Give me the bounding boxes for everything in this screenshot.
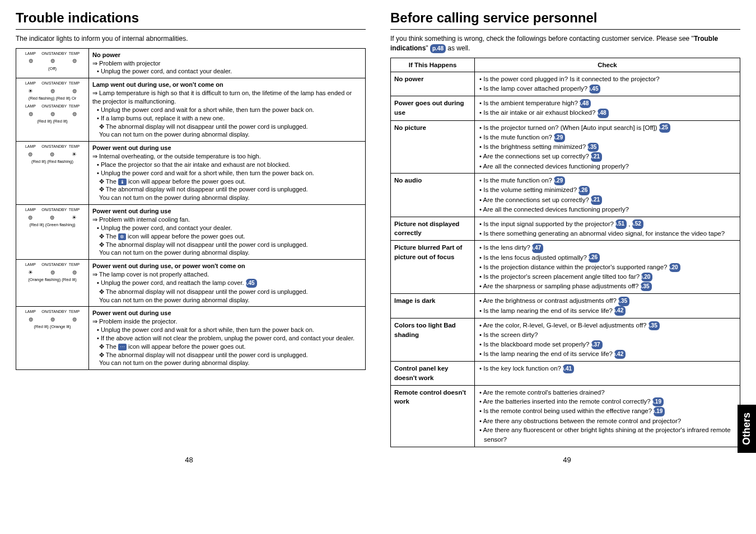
- warning-icon: ⋯: [118, 344, 127, 350]
- warning-icon: ✲: [118, 233, 126, 240]
- page-right: Before calling service personnel If you …: [378, 0, 756, 470]
- page-ref: p.41: [563, 364, 574, 374]
- page-ref: p.35: [648, 321, 660, 331]
- symptom: Image is dark: [391, 294, 475, 318]
- check-list: Is the input signal supported by the pro…: [475, 217, 740, 241]
- indicator-description: Power went out during useProblem inside …: [89, 307, 366, 370]
- indicator-description: Power went out during useProblem with in…: [89, 205, 366, 260]
- indicator-lights: LAMPON/STANDBYTEMP⊚⊚☀(Red lit) (Red flas…: [16, 142, 89, 205]
- page-ref: p.47: [532, 243, 543, 253]
- page-number-right: 49: [563, 456, 571, 464]
- indicator-description: Power went out during use, or power won'…: [89, 260, 366, 307]
- check-table: If This Happens Check No powerIs the pow…: [390, 58, 740, 447]
- symptom: Picture not displayed correctly: [391, 217, 475, 241]
- service-intro: If you think something is wrong, check t…: [390, 34, 740, 53]
- indicator-description: Lamp went out during use, or won't come …: [89, 78, 366, 142]
- page-ref: p.19: [652, 397, 664, 407]
- page-ref: p.29: [554, 176, 565, 186]
- page-ref: p.21: [591, 152, 602, 162]
- warning-icon: 🌡: [118, 179, 127, 185]
- check-list: Are the color, R-level, G-level, or B-le…: [475, 318, 740, 361]
- indicator-lights: LAMPON/STANDBYTEMP☀⊚⊚(Red flashing) (Red…: [16, 78, 89, 142]
- side-tab-others: Others: [738, 405, 756, 453]
- page-ref: p.48: [430, 44, 446, 53]
- page-ref: p.19: [654, 407, 665, 416]
- symptom: Power goes out during use: [391, 96, 475, 120]
- page-ref: p.45: [589, 85, 600, 94]
- indicator-lights: LAMPON/STANDBYTEMP⊚⊚☀(Red lit) (Green fl…: [16, 205, 89, 260]
- check-list: Is the mute function on? p.29Is the volu…: [475, 174, 740, 217]
- page-ref: p.45: [246, 279, 257, 288]
- check-list: Is the ambient temperature high? p.48Is …: [475, 96, 740, 120]
- symptom: No audio: [391, 174, 475, 217]
- rule: [390, 29, 740, 30]
- page-ref: p.42: [614, 306, 626, 316]
- page-ref: p.35: [641, 282, 652, 292]
- service-title: Before calling service personnel: [390, 10, 740, 26]
- check-list: Is the lens dirty? p.47Is the lens focus…: [475, 241, 740, 294]
- page-left: Trouble indications The indicator lights…: [0, 0, 378, 470]
- indicator-description: No powerProblem with projectorUnplug the…: [89, 48, 366, 78]
- symptom: No power: [391, 72, 475, 96]
- page-ref: p.37: [591, 340, 603, 350]
- symptom: Remote control doesn't work: [391, 385, 475, 447]
- page-ref: p.20: [669, 263, 680, 273]
- page-ref: p.48: [580, 99, 591, 109]
- page-ref: p.42: [614, 350, 626, 359]
- symptom: Picture blurred Part of picture out of f…: [391, 241, 475, 294]
- trouble-intro: The indicator lights to inform you of in…: [16, 34, 366, 44]
- page-ref: p.51: [615, 219, 627, 229]
- indicator-lights: LAMPON/STANDBYTEMP⊚⊚⊚(Off): [16, 48, 89, 78]
- check-list: Are the brightness or contrast adjustmen…: [475, 294, 740, 318]
- th-check: Check: [475, 58, 740, 72]
- check-list: Are the remote control's batteries drain…: [475, 385, 740, 447]
- check-list: Is the power cord plugged in? Is it conn…: [475, 72, 740, 96]
- page-ref: p.35: [587, 143, 599, 152]
- indicator-description: Power went out during useInternal overhe…: [89, 142, 366, 205]
- page-number-left: 48: [185, 456, 193, 464]
- check-list: Is the key lock function on? p.41: [475, 362, 740, 385]
- page-ref: p.25: [659, 123, 670, 133]
- trouble-title: Trouble indications: [16, 10, 366, 26]
- page-ref: p.35: [618, 297, 629, 306]
- th-happens: If This Happens: [391, 58, 475, 72]
- page-ref: p.20: [641, 273, 652, 282]
- page-ref: p.52: [632, 219, 643, 229]
- page-ref: p.26: [578, 186, 590, 195]
- indications-table: LAMPON/STANDBYTEMP⊚⊚⊚(Off)No powerProble…: [16, 48, 366, 371]
- page-ref: p.29: [554, 133, 565, 143]
- page-ref: p.21: [591, 195, 602, 205]
- check-list: Is the projector turned on? (When [Auto …: [475, 120, 740, 174]
- page-ref: p.26: [589, 253, 600, 263]
- symptom: Control panel key doesn't work: [391, 362, 475, 385]
- symptom: No picture: [391, 120, 475, 174]
- indicator-lights: LAMPON/STANDBYTEMP⊚⊚⊚(Red lit) (Orange l…: [16, 307, 89, 370]
- symptom: Colors too light Bad shading: [391, 318, 475, 361]
- rule: [16, 29, 366, 30]
- indicator-lights: LAMPON/STANDBYTEMP☀⊚⊚(Orange flashing) (…: [16, 260, 89, 307]
- page-ref: p.48: [598, 109, 609, 118]
